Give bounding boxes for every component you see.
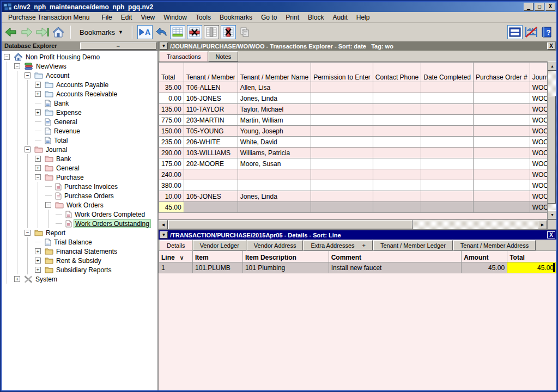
- cell-name[interactable]: Young, Joseph: [238, 126, 311, 137]
- cell-journal[interactable]: WOO: [530, 115, 547, 126]
- cell-date[interactable]: [421, 191, 474, 202]
- tree-item-general[interactable]: General: [2, 117, 157, 126]
- cell-tenant[interactable]: 202-MOORE: [184, 158, 238, 169]
- expand-icon[interactable]: +: [35, 248, 41, 254]
- menu-item-audit[interactable]: Audit: [328, 13, 351, 22]
- column-header-line[interactable]: Linev: [159, 251, 193, 262]
- vertical-scroll-thumb[interactable]: [548, 96, 556, 204]
- cell-tenant[interactable]: [184, 180, 238, 191]
- delete-row-icon[interactable]: [187, 25, 202, 39]
- cell-total[interactable]: 150.00: [159, 126, 184, 137]
- cell-total[interactable]: 380.00: [159, 180, 184, 191]
- cell-journal[interactable]: WOO: [530, 158, 547, 169]
- tree-item-newviews[interactable]: −NewViews: [2, 62, 157, 71]
- cell-name[interactable]: Williams, Patricia: [238, 148, 311, 158]
- column-header-journal[interactable]: Journal: [530, 63, 547, 82]
- cell-name[interactable]: [238, 202, 311, 213]
- cell-date[interactable]: [421, 126, 474, 137]
- cell-phone[interactable]: [373, 169, 421, 180]
- scroll-down-icon[interactable]: ▼: [548, 210, 556, 219]
- cell-po[interactable]: [473, 137, 530, 148]
- cell-permission[interactable]: [311, 180, 373, 191]
- expand-icon[interactable]: +: [35, 267, 41, 273]
- cell-phone[interactable]: [373, 115, 421, 126]
- sync-disabled-icon[interactable]: [524, 25, 538, 39]
- cell-name[interactable]: Martin, William: [238, 115, 311, 126]
- cell-permission[interactable]: [311, 137, 373, 148]
- details-tab-tenant-member-ledger[interactable]: Tenant / Member Ledger: [373, 240, 453, 250]
- cell-date[interactable]: [421, 169, 474, 180]
- horizontal-scroll-thumb[interactable]: [168, 220, 413, 229]
- column-header-item[interactable]: Item: [192, 251, 242, 262]
- menu-item-tools[interactable]: Tools: [191, 13, 215, 22]
- expand-icon[interactable]: +: [35, 109, 41, 115]
- cell-permission[interactable]: [311, 126, 373, 137]
- cell-name[interactable]: [238, 169, 311, 180]
- cell-journal[interactable]: WOO: [530, 126, 547, 137]
- tree-item-trial-balance[interactable]: Trial Balance: [2, 237, 157, 247]
- cell-tenant[interactable]: [184, 202, 238, 213]
- menu-item-file[interactable]: File: [97, 13, 116, 22]
- details-tab-details[interactable]: Details: [160, 240, 192, 250]
- window-view-icon[interactable]: [507, 25, 523, 39]
- cell-name[interactable]: Allen, Lisa: [238, 82, 311, 93]
- collapse-icon[interactable]: −: [14, 63, 20, 69]
- expand-icon[interactable]: +: [35, 156, 41, 162]
- cell-tenant[interactable]: T05-YOUNG: [184, 126, 238, 137]
- cell-tenant[interactable]: 105-JONES: [184, 93, 238, 104]
- cell-permission[interactable]: [311, 115, 373, 126]
- column-header-comment[interactable]: Comment: [329, 251, 462, 262]
- cell-po[interactable]: [473, 115, 530, 126]
- cell-journal[interactable]: WOO: [530, 169, 547, 180]
- cell-permission[interactable]: [311, 148, 373, 158]
- cell-total[interactable]: 290.00: [159, 148, 184, 158]
- transactions-tab-notes[interactable]: Notes: [209, 51, 239, 62]
- cell-amount[interactable]: 45.00: [462, 262, 507, 273]
- tree-item-journal[interactable]: −Journal: [2, 145, 157, 154]
- cell-phone[interactable]: [373, 93, 421, 104]
- scroll-up-icon[interactable]: ▲: [548, 62, 556, 71]
- cell-total[interactable]: 45.00: [507, 262, 556, 273]
- cell-permission[interactable]: [311, 191, 373, 202]
- cell-tenant[interactable]: 105-JONES: [184, 191, 238, 202]
- bookmarks-button[interactable]: Bookmarks ▼: [75, 27, 128, 38]
- menu-item-block[interactable]: Block: [304, 13, 328, 22]
- tree-item-bank[interactable]: Bank: [2, 99, 157, 108]
- cell-name[interactable]: White, David: [238, 137, 311, 148]
- tree-item-purchase-invoices[interactable]: Purchase Invoices: [2, 182, 157, 191]
- cell-journal[interactable]: WOO: [530, 180, 547, 191]
- cell-total[interactable]: 775.00: [159, 115, 184, 126]
- panel-menu-icon[interactable]: ▼: [160, 42, 168, 50]
- details-tab-tenant-member-address[interactable]: Tenant / Member Address: [453, 240, 536, 250]
- scroll-right-icon[interactable]: ▶: [538, 220, 547, 229]
- cell-phone[interactable]: [373, 180, 421, 191]
- cell-line[interactable]: 1: [159, 262, 193, 273]
- cell-tenant[interactable]: [184, 169, 238, 180]
- cell-po[interactable]: [473, 158, 530, 169]
- cell-total[interactable]: 45.00: [159, 202, 184, 213]
- help-icon[interactable]: ?: [540, 25, 554, 39]
- forward-icon[interactable]: [20, 25, 34, 39]
- column-header-total[interactable]: Total: [507, 251, 556, 262]
- copy-icon[interactable]: [238, 25, 252, 39]
- cell-name[interactable]: Jones, Linda: [238, 191, 311, 202]
- details-close-icon[interactable]: X: [547, 231, 555, 238]
- tree-item-work-orders-completed[interactable]: Work Orders Completed: [2, 210, 157, 219]
- expand-icon[interactable]: +: [35, 91, 41, 97]
- close-button[interactable]: X: [545, 3, 555, 11]
- cell-total[interactable]: 135.00: [159, 104, 184, 115]
- cell-item[interactable]: 101.PLUMB: [192, 262, 242, 273]
- cell-journal[interactable]: WOO: [530, 148, 547, 158]
- cell-name[interactable]: [238, 180, 311, 191]
- cell-date[interactable]: [421, 93, 474, 104]
- column-header-total[interactable]: Total: [159, 63, 184, 82]
- tree-item-bank[interactable]: +Bank: [2, 154, 157, 163]
- back-icon[interactable]: [4, 25, 18, 39]
- cell-po[interactable]: [473, 202, 530, 213]
- tree-item-accounts-receivable[interactable]: +Accounts Receivable: [2, 89, 157, 99]
- horizontal-scroll-track[interactable]: [168, 220, 538, 229]
- menu-item-edit[interactable]: Edit: [117, 13, 137, 22]
- insert-row-icon[interactable]: [170, 25, 185, 39]
- cell-comment[interactable]: Install new faucet: [329, 262, 462, 273]
- tree-item-financial-statements[interactable]: +Financial Statements: [2, 247, 157, 256]
